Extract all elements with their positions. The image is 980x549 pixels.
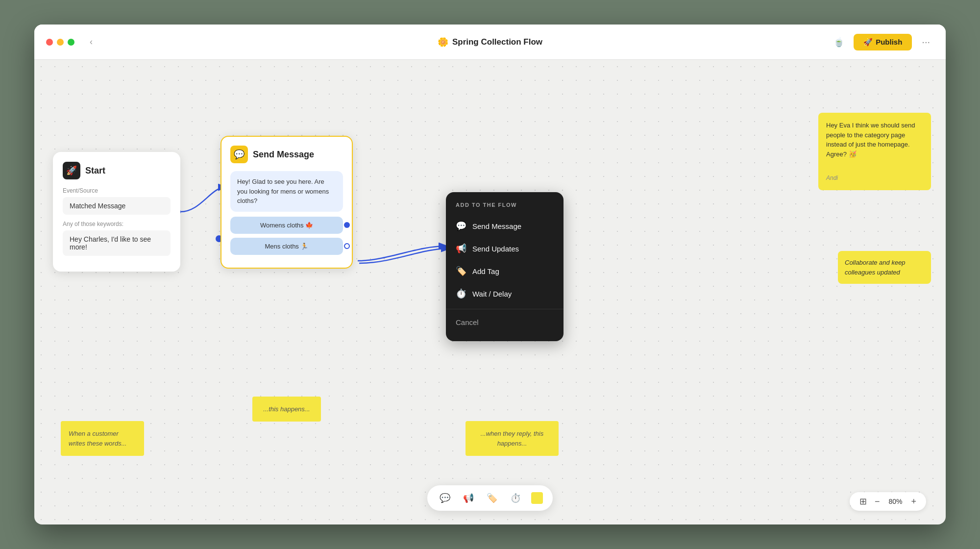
choice-womens[interactable]: Womens cloths 🍁: [230, 217, 343, 234]
zoom-level: 80%: [885, 498, 905, 505]
title-icon: 🌼: [438, 37, 448, 48]
fit-button[interactable]: ⊞: [858, 496, 869, 507]
choice-dot-womens: [344, 222, 350, 228]
send-msg-title: Send Message: [253, 150, 314, 160]
keywords-label: Any of those keywords:: [63, 221, 171, 227]
zoom-in-button[interactable]: +: [909, 497, 918, 507]
event-value: Matched Message: [63, 197, 171, 215]
toolbar-broadcast-icon[interactable]: 📢: [461, 490, 476, 506]
app-window: ‹ 🌼 Spring Collection Flow 🍵 🚀 Publish ·…: [34, 25, 946, 524]
zoom-controls: ⊞ − 80% +: [850, 492, 926, 511]
titlebar: ‹ 🌼 Spring Collection Flow 🍵 🚀 Publish ·…: [34, 25, 946, 60]
publish-label: Publish: [876, 38, 902, 46]
message-bubble: Hey! Glad to see you here. Are you looki…: [230, 171, 343, 212]
start-title: Start: [85, 166, 105, 176]
traffic-light-yellow[interactable]: [57, 39, 64, 46]
title-right: 🍵 🚀 Publish ···: [830, 33, 934, 51]
menu-send-updates-label: Send Updates: [472, 245, 519, 253]
menu-send-updates[interactable]: 📢 Send Updates: [446, 237, 564, 260]
sticky-start: When a customer writes these words...: [61, 421, 144, 456]
bottom-toolbar: 💬 📢 🏷️ ⏱️: [427, 485, 553, 511]
menu-send-msg-icon: 💬: [456, 221, 466, 231]
zoom-out-button[interactable]: −: [873, 497, 882, 507]
traffic-lights: [46, 39, 74, 46]
menu-wait-label: Wait / Delay: [472, 290, 512, 298]
send-message-node: 💬 Send Message Hey! Glad to see you here…: [220, 136, 353, 269]
toolbar-color-swatch[interactable]: [531, 492, 543, 504]
start-node: 🚀 Start Event/Source Matched Message Any…: [53, 152, 180, 272]
menu-add-tag-icon: 🏷️: [456, 266, 466, 276]
choice-mens[interactable]: Mens cloths 🏃: [230, 238, 343, 255]
add-flow-title: ADD TO THE FLOW: [446, 202, 564, 215]
menu-send-message[interactable]: 💬 Send Message: [446, 215, 564, 237]
menu-divider: [446, 309, 564, 309]
traffic-light-green[interactable]: [68, 39, 74, 46]
menu-wait-icon: ⏱️: [456, 288, 466, 299]
more-button[interactable]: ···: [918, 34, 934, 50]
toolbar-tag-icon[interactable]: 🏷️: [484, 490, 500, 506]
menu-send-msg-label: Send Message: [472, 222, 521, 230]
send-msg-icon: 💬: [230, 146, 248, 163]
menu-send-updates-icon: 📢: [456, 243, 466, 254]
menu-add-tag[interactable]: 🏷️ Add Tag: [446, 260, 564, 282]
toolbar-timer-icon[interactable]: ⏱️: [508, 490, 523, 506]
comment-card: Hey Eva I think we should send people to…: [818, 113, 931, 190]
choice-dot-mens: [344, 243, 350, 249]
publish-icon: 🚀: [863, 38, 873, 47]
collaborate-text: Collaborate and keep colleagues updated: [845, 259, 906, 276]
collaborate-note: Collaborate and keep colleagues updated: [838, 251, 931, 284]
comment-text: Hey Eva I think we should send people to…: [826, 121, 923, 159]
back-button[interactable]: ‹: [84, 35, 98, 49]
start-icon: 🚀: [63, 162, 80, 179]
menu-add-tag-label: Add Tag: [472, 267, 499, 275]
send-msg-header: 💬 Send Message: [230, 146, 343, 163]
event-label: Event/Source: [63, 187, 171, 194]
title-center: 🌼 Spring Collection Flow: [438, 37, 542, 48]
keywords-value: Hey Charles, I'd like to see more!: [63, 230, 171, 256]
menu-wait-delay[interactable]: ⏱️ Wait / Delay: [446, 282, 564, 305]
menu-cancel[interactable]: Cancel: [446, 313, 564, 331]
start-node-header: 🚀 Start: [63, 162, 171, 179]
sticky-reply: ...when they reply, this happens...: [466, 421, 559, 456]
header-icon-btn[interactable]: 🍵: [830, 33, 848, 51]
canvas: 🚀 Start Event/Source Matched Message Any…: [34, 60, 946, 524]
toolbar-chat-icon[interactable]: 💬: [437, 490, 453, 506]
traffic-light-red[interactable]: [46, 39, 53, 46]
comment-author: Andi: [826, 174, 923, 182]
add-flow-menu: ADD TO THE FLOW 💬 Send Message 📢 Send Up…: [446, 192, 564, 341]
flow-title: Spring Collection Flow: [452, 37, 542, 47]
sticky-this: ...this happens...: [252, 397, 321, 422]
publish-button[interactable]: 🚀 Publish: [854, 34, 912, 50]
